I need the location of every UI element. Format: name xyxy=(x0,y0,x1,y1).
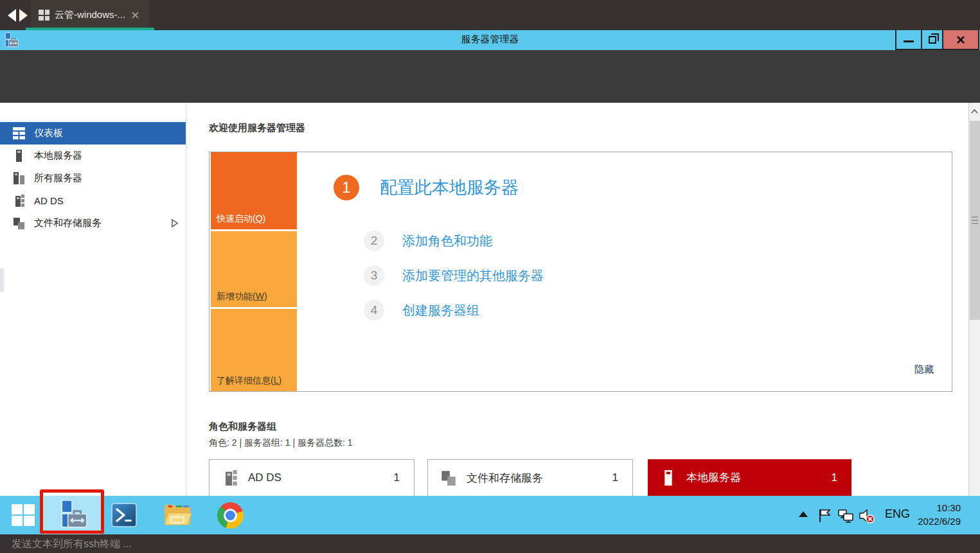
tab-close-icon[interactable] xyxy=(132,12,139,19)
sidebar-item-label: AD DS xyxy=(34,195,64,206)
terminal-tab-title: 云管-windows-... xyxy=(55,9,125,21)
scrollbar-up-button[interactable] xyxy=(969,103,980,119)
start-button[interactable] xyxy=(5,496,41,534)
create-server-group-link[interactable]: 创建服务器组 xyxy=(402,302,479,319)
sidebar-item-label: 所有服务器 xyxy=(34,172,82,184)
sidebar-item-all-servers[interactable]: 所有服务器 xyxy=(0,167,186,189)
role-tile-count: 1 xyxy=(394,471,400,484)
step-create-server-group: 4 创建服务器组 xyxy=(364,300,479,320)
step-number-badge: 2 xyxy=(364,231,384,251)
step-configure-local-server: 1 配置此本地服务器 xyxy=(334,175,519,200)
taskbar-file-explorer-button[interactable] xyxy=(159,496,195,534)
step-number-badge: 4 xyxy=(364,300,384,320)
step-add-other-servers: 3 添加要管理的其他服务器 xyxy=(364,265,544,286)
volume-muted-icon[interactable] xyxy=(858,507,875,524)
restore-icon xyxy=(929,36,936,44)
role-tile-local-server[interactable]: 本地服务器 1 xyxy=(648,459,851,496)
file-storage-icon xyxy=(441,470,456,486)
roles-groups-heading: 角色和服务器组 xyxy=(209,421,276,433)
step-number-badge: 1 xyxy=(334,175,359,200)
close-icon xyxy=(956,35,965,44)
file-storage-icon xyxy=(13,217,25,229)
taskbar-powershell-button[interactable] xyxy=(107,496,141,534)
tray-expand-icon[interactable] xyxy=(799,511,808,517)
terminal-status-text: 发送文本到所有ssh终端 ... xyxy=(12,538,132,551)
powershell-icon xyxy=(111,503,137,527)
sidebar-item-file-storage[interactable]: 文件和存储服务 xyxy=(0,212,186,234)
vertical-scrollbar[interactable] xyxy=(968,103,980,496)
terminal-tab[interactable]: 云管-windows-... xyxy=(31,0,149,30)
tab-scroll-left-icon[interactable] xyxy=(8,9,16,22)
sidebar-item-dashboard[interactable]: 仪表板 xyxy=(0,122,186,145)
label-text: 快速启动( xyxy=(217,213,256,224)
server-manager-icon xyxy=(56,499,89,531)
clock-time: 10:30 xyxy=(909,501,961,514)
sidebar-splitter-handle[interactable] xyxy=(0,268,4,292)
close-button[interactable] xyxy=(943,30,979,50)
windows-logo-icon xyxy=(39,10,49,21)
network-icon[interactable] xyxy=(837,507,854,524)
whats-new-label: 新增功能(W) xyxy=(217,291,267,303)
navigation-bar: 服务器管理器 仪表板 管理(M) 工具(T) xyxy=(0,50,980,103)
role-tile-file-storage[interactable]: 文件和存储服务 1 xyxy=(427,459,633,496)
language-indicator[interactable]: ENG xyxy=(885,507,910,521)
taskbar-server-manager-button[interactable] xyxy=(42,496,102,534)
restore-button[interactable] xyxy=(922,30,943,50)
label-text: 新增功能( xyxy=(217,291,256,301)
welcome-heading: 欢迎使用服务器管理器 xyxy=(209,122,305,134)
label-text: 了解详细信息( xyxy=(217,375,274,385)
step-add-roles-features: 2 添加角色和功能 xyxy=(364,231,492,251)
windows-logo-icon xyxy=(12,504,35,526)
minimize-button[interactable] xyxy=(895,30,922,50)
tab-scroll-right-icon[interactable] xyxy=(19,9,28,22)
quick-start-tab[interactable]: 快速启动(Q) xyxy=(211,152,297,229)
ad-ds-icon xyxy=(222,470,238,486)
role-tile-label: 文件和存储服务 xyxy=(467,471,543,486)
taskbar-chrome-button[interactable] xyxy=(212,496,248,534)
terminal-tab-bar: 云管-windows-... xyxy=(0,0,980,30)
all-servers-icon xyxy=(13,172,25,184)
whats-new-tab[interactable]: 新增功能(W) xyxy=(211,231,297,307)
dashboard-icon xyxy=(13,127,25,139)
sidebar-item-label: 本地服务器 xyxy=(34,150,82,162)
add-other-servers-link[interactable]: 添加要管理的其他服务器 xyxy=(402,267,544,285)
clock-date: 2022/6/29 xyxy=(909,514,961,528)
role-tile-label: AD DS xyxy=(248,471,281,484)
sidebar-item-label: 仪表板 xyxy=(34,127,63,139)
label-suffix: ) xyxy=(278,375,281,385)
sidebar-item-label: 文件和存储服务 xyxy=(34,217,102,229)
terminal-status-bar: 发送文本到所有ssh终端 ... xyxy=(0,534,980,553)
welcome-tile: 快速启动(Q) 新增功能(W) 了解详细信息(L) 1 配置此本地服务器 2 添… xyxy=(209,152,952,392)
learn-more-tab[interactable]: 了解详细信息(L) xyxy=(211,309,297,391)
window-controls xyxy=(895,30,979,50)
sidebar-item-ad-ds[interactable]: AD DS xyxy=(0,189,186,212)
minimize-icon xyxy=(904,40,914,42)
role-tile-label: 本地服务器 xyxy=(686,470,741,485)
access-key: W xyxy=(256,291,264,301)
taskbar: ENG 10:30 2022/6/29 xyxy=(0,496,980,534)
expand-arrow-icon[interactable] xyxy=(172,219,178,227)
chrome-icon xyxy=(217,502,244,529)
file-explorer-icon xyxy=(163,503,192,527)
learn-more-label: 了解详细信息(L) xyxy=(217,375,281,387)
quick-start-label: 快速启动(Q) xyxy=(217,213,265,225)
sidebar-item-local-server[interactable]: 本地服务器 xyxy=(0,145,186,167)
add-roles-features-link[interactable]: 添加角色和功能 xyxy=(402,233,492,250)
screen: 云管-windows-... 服务器管理器 xyxy=(0,0,980,553)
sidebar: 仪表板 本地服务器 所有服务器 AD DS xyxy=(0,103,186,496)
local-server-icon xyxy=(661,470,676,486)
roles-groups-summary: 角色: 2 | 服务器组: 1 | 服务器总数: 1 xyxy=(209,437,353,449)
access-key: Q xyxy=(256,213,263,224)
role-tile-count: 1 xyxy=(832,471,837,484)
configure-local-server-link[interactable]: 配置此本地服务器 xyxy=(380,176,519,199)
scrollbar-thumb[interactable] xyxy=(970,121,980,320)
main-body: 仪表板 本地服务器 所有服务器 AD DS xyxy=(0,103,980,496)
clock[interactable]: 10:30 2022/6/29 xyxy=(909,501,961,528)
hide-welcome-link[interactable]: 隐藏 xyxy=(914,364,934,376)
window-titlebar: 服务器管理器 xyxy=(0,30,980,50)
scrollbar-grip-icon xyxy=(972,216,978,224)
label-suffix: ) xyxy=(264,291,267,301)
role-tile-ad-ds[interactable]: AD DS 1 xyxy=(209,459,414,496)
role-tile-count: 1 xyxy=(612,471,618,484)
action-center-flag-icon[interactable] xyxy=(817,507,834,524)
